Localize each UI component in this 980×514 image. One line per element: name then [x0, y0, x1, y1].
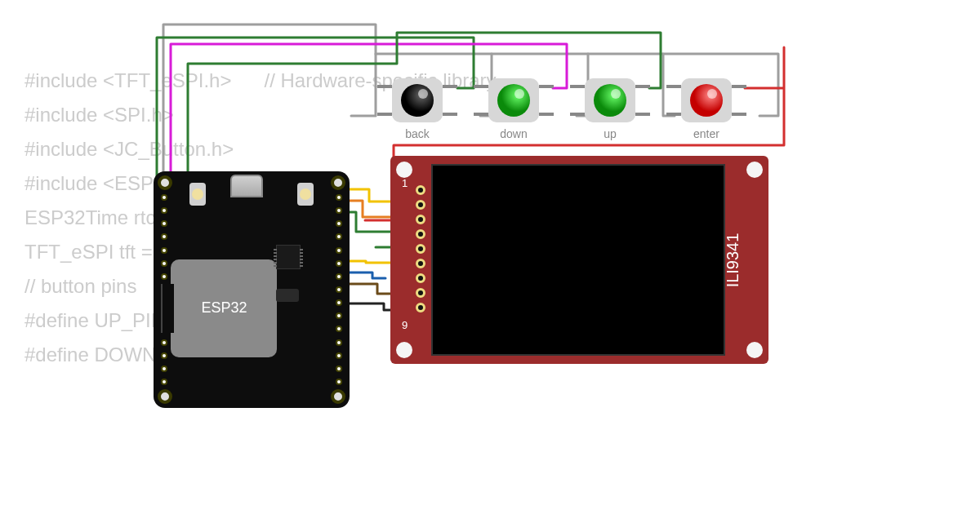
- pin-header-bottom: [336, 194, 342, 385]
- display-pin-header: [416, 185, 430, 312]
- esp32-board: ESP32: [154, 171, 350, 408]
- button-down-label: down: [488, 127, 539, 140]
- display-model-label: ILI9341: [724, 233, 742, 287]
- button-down[interactable]: down: [488, 78, 539, 140]
- button-up[interactable]: up: [585, 78, 635, 140]
- button-back-label: back: [392, 127, 443, 140]
- en-button[interactable]: [297, 183, 314, 206]
- capacitor: [276, 289, 299, 302]
- wiring-diagram: ESP32 ILI9341 1 9 back down: [0, 0, 980, 514]
- pin-num-first: 1: [402, 177, 408, 189]
- button-up-label: up: [585, 127, 635, 140]
- usb-port: [230, 175, 263, 197]
- esp32-shield: ESP32: [171, 259, 277, 357]
- button-back[interactable]: back: [392, 78, 443, 140]
- boot-button[interactable]: [189, 183, 206, 206]
- flash-chip: [276, 245, 301, 269]
- pin-num-last: 9: [402, 319, 408, 331]
- button-enter[interactable]: enter: [681, 78, 732, 140]
- mcu-label: ESP32: [201, 300, 247, 317]
- ili9341-display: ILI9341 1 9: [390, 156, 768, 364]
- button-enter-label: enter: [681, 127, 732, 140]
- display-screen: [431, 164, 725, 356]
